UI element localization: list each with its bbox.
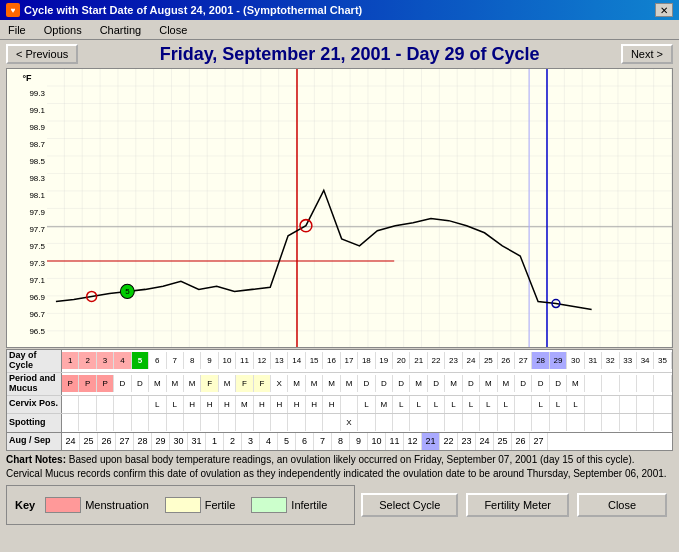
day-24: 24 bbox=[463, 352, 480, 369]
fertile-color-box bbox=[165, 497, 201, 513]
day-of-cycle-label: Day of Cycle bbox=[7, 350, 62, 372]
day-23: 23 bbox=[445, 352, 462, 369]
svg-text:5: 5 bbox=[125, 287, 130, 296]
key-infertile: Infertile bbox=[251, 497, 327, 513]
day-8: 8 bbox=[184, 352, 201, 369]
temp-labels: 99.3 99.1 98.9 98.7 98.5 98.3 98.1 97.9 … bbox=[7, 85, 47, 340]
menu-close[interactable]: Close bbox=[155, 23, 191, 37]
spotting-data: X bbox=[62, 414, 672, 432]
temp-967: 96.7 bbox=[7, 306, 45, 323]
infertile-label: Infertile bbox=[291, 499, 327, 511]
day-2: 2 bbox=[79, 352, 96, 369]
previous-button[interactable]: < Previous bbox=[6, 44, 78, 64]
title-bar: ♥ Cycle with Start Date of August 24, 20… bbox=[0, 0, 679, 20]
day-numbers: 1 2 3 4 5 6 7 8 9 10 11 12 13 14 15 16 1… bbox=[62, 350, 672, 372]
day-17: 17 bbox=[341, 352, 358, 369]
menu-file[interactable]: File bbox=[4, 23, 30, 37]
temp-993: 99.3 bbox=[7, 85, 45, 102]
cervix-pos-data: L L H H H M H H H H H L M L L L L L L L … bbox=[62, 396, 672, 413]
temp-977: 97.7 bbox=[7, 221, 45, 238]
day-34: 34 bbox=[637, 352, 654, 369]
day-1: 1 bbox=[62, 352, 79, 369]
period-mucus-data: P P P D D M M M F M F F X M M M M D D D … bbox=[62, 373, 672, 395]
notes-area: Chart Notes: Based upon basal body tempe… bbox=[6, 453, 673, 481]
date-row: Aug / Sep 24 25 26 27 28 29 30 31 1 2 3 … bbox=[7, 432, 672, 450]
temp-971: 97.1 bbox=[7, 272, 45, 289]
key-area: Key Menstruation Fertile Infertile bbox=[6, 485, 355, 525]
temp-965: 96.5 bbox=[7, 323, 45, 340]
day-31: 31 bbox=[585, 352, 602, 369]
day-6: 6 bbox=[149, 352, 166, 369]
date-heading: Friday, September 21, 2001 - Day 29 of C… bbox=[86, 44, 613, 65]
temp-989: 98.9 bbox=[7, 119, 45, 136]
day-27: 27 bbox=[515, 352, 532, 369]
day-19: 19 bbox=[376, 352, 393, 369]
window-close-button[interactable]: ✕ bbox=[655, 3, 673, 17]
day-16: 16 bbox=[323, 352, 340, 369]
y-axis: °F 99.3 99.1 98.9 98.7 98.5 98.3 98.1 97… bbox=[7, 73, 47, 347]
day-29: 29 bbox=[550, 352, 567, 369]
menu-options[interactable]: Options bbox=[40, 23, 86, 37]
day-25: 25 bbox=[480, 352, 497, 369]
next-button[interactable]: Next > bbox=[621, 44, 673, 64]
day-22: 22 bbox=[428, 352, 445, 369]
app-icon: ♥ bbox=[6, 3, 20, 17]
key-fertile: Fertile bbox=[165, 497, 236, 513]
day-32: 32 bbox=[602, 352, 619, 369]
temp-987: 98.7 bbox=[7, 136, 45, 153]
day-5: 5 bbox=[132, 352, 149, 369]
temperature-chart: 5 bbox=[47, 69, 672, 347]
bottom-bar: Key Menstruation Fertile Infertile Selec… bbox=[0, 483, 679, 527]
fertility-meter-button[interactable]: Fertility Meter bbox=[466, 493, 569, 517]
period-mucus-row: Period andMucus P P P D D M M M F M F F … bbox=[7, 373, 672, 396]
temp-983: 98.3 bbox=[7, 170, 45, 187]
infertile-color-box bbox=[251, 497, 287, 513]
temp-985: 98.5 bbox=[7, 153, 45, 170]
day-9: 9 bbox=[201, 352, 218, 369]
temp-979: 97.9 bbox=[7, 204, 45, 221]
y-axis-label: °F bbox=[7, 73, 47, 83]
date-row-data: 24 25 26 27 28 29 30 31 1 2 3 4 5 6 7 8 … bbox=[62, 433, 672, 450]
key-label: Key bbox=[15, 499, 35, 511]
day-4: 4 bbox=[114, 352, 131, 369]
window-title: Cycle with Start Date of August 24, 2001… bbox=[24, 4, 362, 16]
data-rows: Day of Cycle 1 2 3 4 5 6 7 8 9 10 11 12 … bbox=[6, 349, 673, 451]
day-28: 28 bbox=[532, 352, 549, 369]
day-21: 21 bbox=[410, 352, 427, 369]
day-12: 12 bbox=[254, 352, 271, 369]
cervix-pos-label: Cervix Pos. bbox=[7, 396, 62, 413]
svg-rect-4 bbox=[47, 69, 672, 347]
fertile-label: Fertile bbox=[205, 499, 236, 511]
menstruation-color-box bbox=[45, 497, 81, 513]
day-35: 35 bbox=[654, 352, 671, 369]
cervix-pos-row: Cervix Pos. L L H H H M H H H H H L M L … bbox=[7, 396, 672, 414]
day-18: 18 bbox=[358, 352, 375, 369]
day-26: 26 bbox=[498, 352, 515, 369]
day-10: 10 bbox=[219, 352, 236, 369]
day-13: 13 bbox=[271, 352, 288, 369]
key-menstruation: Menstruation bbox=[45, 497, 149, 513]
temp-969: 96.9 bbox=[7, 289, 45, 306]
day-14: 14 bbox=[288, 352, 305, 369]
day-15: 15 bbox=[306, 352, 323, 369]
notes-text: Based upon basal body temperature readin… bbox=[6, 454, 667, 479]
chart-area: °F 99.3 99.1 98.9 98.7 98.5 98.3 98.1 97… bbox=[6, 68, 673, 348]
menstruation-label: Menstruation bbox=[85, 499, 149, 511]
day-3: 3 bbox=[97, 352, 114, 369]
menu-charting[interactable]: Charting bbox=[96, 23, 146, 37]
menu-bar: File Options Charting Close bbox=[0, 20, 679, 40]
temp-973: 97.3 bbox=[7, 255, 45, 272]
date-row-label: Aug / Sep bbox=[7, 433, 62, 450]
select-cycle-button[interactable]: Select Cycle bbox=[361, 493, 458, 517]
close-button[interactable]: Close bbox=[577, 493, 667, 517]
temp-991: 99.1 bbox=[7, 102, 45, 119]
day-33: 33 bbox=[620, 352, 637, 369]
notes-label: Chart Notes: bbox=[6, 454, 66, 465]
temp-975: 97.5 bbox=[7, 238, 45, 255]
spotting-label: Spotting bbox=[7, 414, 62, 432]
day-of-cycle-row: Day of Cycle 1 2 3 4 5 6 7 8 9 10 11 12 … bbox=[7, 350, 672, 373]
day-30: 30 bbox=[567, 352, 584, 369]
day-20: 20 bbox=[393, 352, 410, 369]
bottom-buttons: Select Cycle Fertility Meter Close bbox=[355, 489, 673, 521]
day-7: 7 bbox=[167, 352, 184, 369]
